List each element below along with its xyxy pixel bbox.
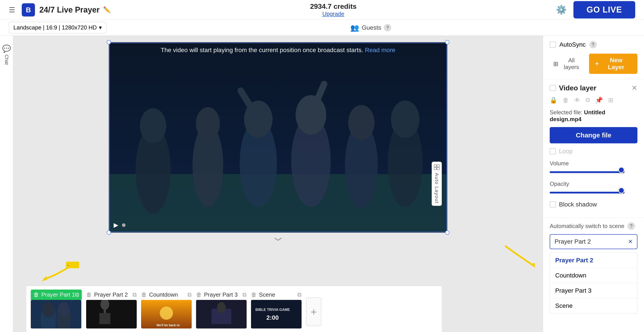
layer-eye-button[interactable]: 👁 xyxy=(574,96,580,104)
auto-switch-help-icon[interactable]: ? xyxy=(628,222,635,230)
guests-button[interactable]: 👥 Guests ? xyxy=(350,24,392,32)
svg-rect-41 xyxy=(66,262,79,268)
svg-point-15 xyxy=(391,101,420,138)
resolution-select[interactable]: Landscape | 16:9 | 1280x720 HD ▾ xyxy=(9,22,106,34)
layer-settings: Video layer ✕ 🔒 🗑 👁 ⧉ 📌 ⊞ Selected file:… xyxy=(543,79,644,218)
scene-2-copy-icon[interactable]: ⧉ xyxy=(132,291,137,298)
scene-3-copy-icon[interactable]: ⧉ xyxy=(188,291,192,298)
scene-5-header: 🗑 Scene ⧉ xyxy=(251,290,302,300)
svg-rect-19 xyxy=(437,164,439,167)
scene-4-thumbnail[interactable] xyxy=(196,300,246,328)
dropdown-item-prayer-part-2[interactable]: Prayer Part 2 xyxy=(550,253,637,268)
svg-rect-27 xyxy=(86,300,137,328)
change-file-button[interactable]: Change file xyxy=(550,127,638,143)
layer-title-row: Video layer ✕ xyxy=(550,84,638,92)
scene-3-trash-icon[interactable]: 🗑 xyxy=(141,291,147,298)
scene-1-copy-icon[interactable]: ⧉ xyxy=(75,291,79,298)
auto-switch-label: Automatically switch to scene xyxy=(550,223,624,230)
layers-row: ⊞ All layers + New Layer xyxy=(550,54,638,74)
header: ☰ B 24/7 Live Prayer ✏️ 2934.7 credits U… xyxy=(0,0,644,20)
layer-title: Video layer xyxy=(550,84,596,92)
scene-5-title: Scene xyxy=(259,291,275,298)
layout-icon xyxy=(434,164,440,170)
dropdown-item-scene[interactable]: Scene xyxy=(550,298,637,313)
guests-icon: 👥 xyxy=(350,24,359,32)
chevron-down-icon: ▾ xyxy=(99,24,102,31)
auto-layout-label: Auto Layout xyxy=(434,173,440,204)
volume-slider[interactable] xyxy=(550,169,638,175)
new-layer-button[interactable]: + New Layer xyxy=(589,54,638,74)
svg-point-26 xyxy=(58,302,70,316)
scene-select-box[interactable]: Prayer Part 2 ✕ xyxy=(550,234,638,249)
loop-checkbox[interactable] xyxy=(550,148,556,154)
upgrade-link[interactable]: Upgrade xyxy=(322,10,344,17)
scene-item-2: 🗑 Prayer Part 2 ⧉ xyxy=(86,290,137,328)
scene-2-trash-icon[interactable]: 🗑 xyxy=(86,291,92,298)
scene-4-trash-icon[interactable]: 🗑 xyxy=(196,291,202,298)
layer-visibility-checkbox[interactable] xyxy=(550,85,556,91)
resize-handle-tr[interactable] xyxy=(445,40,450,44)
svg-marker-40 xyxy=(42,276,47,282)
scene-3-header: 🗑 Countdown ⧉ xyxy=(141,290,192,300)
opacity-slider[interactable] xyxy=(550,190,638,196)
chat-button[interactable]: 💬 Chat xyxy=(2,44,11,65)
loop-row: Loop xyxy=(550,148,638,155)
settings-button[interactable]: ⚙️ xyxy=(556,4,567,15)
auto-switch-section: Automatically switch to scene ? Prayer P… xyxy=(543,218,644,318)
right-panel: AutoSync ? ⊞ All layers + New Layer Vide… xyxy=(543,36,644,332)
auto-layout-handle[interactable]: Auto Layout xyxy=(432,162,442,206)
svg-rect-22 xyxy=(31,300,81,328)
resize-handle-bl[interactable] xyxy=(106,230,111,235)
scene-1-thumbnail[interactable] xyxy=(31,300,81,328)
logo-icon: B xyxy=(22,3,35,16)
svg-rect-21 xyxy=(437,167,439,170)
all-layers-button[interactable]: ⊞ All layers xyxy=(550,55,586,72)
progress-indicator xyxy=(122,224,126,227)
layer-lock-button[interactable]: 🔒 xyxy=(550,96,558,104)
hamburger-icon[interactable]: ☰ xyxy=(9,6,15,14)
autosync-checkbox[interactable] xyxy=(550,42,556,48)
selected-file-row: Selected file: Untitled design.mp4 xyxy=(550,109,638,123)
canvas-area: The video will start playing from the cu… xyxy=(13,36,543,332)
new-layer-plus-icon: + xyxy=(595,60,599,67)
left-sidebar: 💬 Chat xyxy=(0,36,13,332)
go-live-button[interactable]: GO LIVE xyxy=(574,1,635,18)
resize-handle-tl[interactable] xyxy=(106,40,111,44)
block-shadow-checkbox[interactable] xyxy=(550,202,556,208)
read-more-link[interactable]: Read more xyxy=(365,46,396,54)
resize-handle-br[interactable] xyxy=(445,230,450,235)
svg-rect-29 xyxy=(99,313,110,324)
scene-5-label: 🗑 Scene xyxy=(251,291,275,298)
autosync-help-icon[interactable]: ? xyxy=(589,41,597,48)
scene-5-copy-icon[interactable]: ⧉ xyxy=(298,291,302,298)
collapse-button[interactable] xyxy=(274,236,282,243)
scene-2-title: Prayer Part 2 xyxy=(94,291,128,298)
scene-3-thumbnail[interactable]: We'll be back in: xyxy=(141,300,192,328)
edit-icon[interactable]: ✏️ xyxy=(103,6,111,14)
play-button[interactable]: ▶ xyxy=(114,222,118,229)
scene-3-title: Countdown xyxy=(149,291,178,298)
layer-delete-button[interactable]: 🗑 xyxy=(563,96,569,104)
scene-2-thumbnail[interactable] xyxy=(86,300,137,328)
loop-label: Loop xyxy=(559,148,572,155)
scene-1-trash-icon[interactable]: 🗑 xyxy=(34,291,39,298)
all-layers-label: All layers xyxy=(560,57,583,70)
dropdown-item-countdown[interactable]: Countdown xyxy=(550,268,637,283)
scene-item-4: 🗑 Prayer Part 3 ⧉ xyxy=(196,290,246,328)
block-shadow-label: Block shadow xyxy=(559,201,597,208)
header-right: ⚙️ GO LIVE xyxy=(556,1,635,18)
guests-help-icon[interactable]: ? xyxy=(384,24,391,32)
scene-4-copy-icon[interactable]: ⧉ xyxy=(242,291,246,298)
scene-4-header: 🗑 Prayer Part 3 ⧉ xyxy=(196,290,246,300)
layer-copy-button[interactable]: ⧉ xyxy=(586,96,590,104)
dropdown-item-prayer-part-3[interactable]: Prayer Part 3 xyxy=(550,283,637,298)
add-scene-button[interactable]: + xyxy=(306,298,321,326)
overlay-message: The video will start playing from the cu… xyxy=(161,46,363,54)
resolution-label: Landscape | 16:9 | 1280x720 HD xyxy=(14,24,97,31)
layer-screen-button[interactable]: ⊞ xyxy=(608,96,613,104)
scene-5-trash-icon[interactable]: 🗑 xyxy=(251,291,257,298)
layer-pin-button[interactable]: 📌 xyxy=(595,96,603,104)
layer-close-button[interactable]: ✕ xyxy=(632,84,638,92)
scenes-panel: 🗑 Prayer Part 1 ⧉ xyxy=(26,286,442,332)
scene-5-thumbnail[interactable]: BIBLE TRIVIA GAME 2:00 xyxy=(251,300,302,328)
